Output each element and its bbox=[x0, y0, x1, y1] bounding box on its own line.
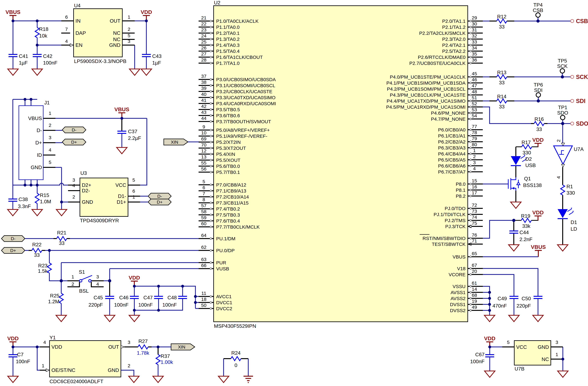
u4-pin1-num: 1 bbox=[128, 14, 130, 20]
pin-direction-icon bbox=[209, 115, 212, 116]
u2-pin-number: 30 bbox=[472, 21, 477, 26]
r15-ref: R15 bbox=[40, 192, 49, 198]
pin-direction-icon bbox=[469, 88, 472, 90]
pin-direction-icon bbox=[209, 97, 212, 98]
tp1-pad[interactable] bbox=[561, 115, 565, 120]
u2-pin-number: 3 bbox=[473, 160, 476, 165]
r23-symbol bbox=[47, 263, 51, 273]
pin-direction-icon bbox=[209, 129, 212, 131]
u2-pin-number: 40 bbox=[201, 92, 206, 97]
pin-direction-icon bbox=[469, 171, 472, 173]
u2-pin-label: P6.7/CB7/A7 bbox=[438, 169, 465, 175]
c42-symbol bbox=[33, 54, 42, 57]
y1-oe-input-icon bbox=[46, 369, 49, 372]
r15-symbol bbox=[35, 193, 39, 203]
pin-direction-icon bbox=[469, 62, 472, 64]
u2-pin-number: 80 bbox=[472, 142, 477, 147]
u2-pin-label: DVCC2 bbox=[216, 306, 232, 311]
pin-direction-icon bbox=[209, 102, 212, 104]
pin-direction-icon bbox=[469, 183, 472, 185]
pin-direction-icon bbox=[209, 208, 212, 210]
pin-direction-icon bbox=[209, 153, 212, 155]
pin-direction-icon bbox=[209, 220, 212, 222]
u2-pin-label: AVSS2 bbox=[451, 296, 466, 301]
tp4-pad[interactable] bbox=[536, 13, 540, 17]
r22-ref: R22 bbox=[32, 242, 42, 247]
j1-pin5-num: 5 bbox=[49, 160, 51, 165]
tp1-signal: SDO bbox=[557, 110, 568, 116]
d2-ref: D2 bbox=[525, 156, 532, 162]
u2-body bbox=[214, 6, 468, 322]
u2-pin-label: P1.1/TA0.0 bbox=[216, 24, 240, 30]
s1-switch[interactable] bbox=[80, 275, 92, 282]
c41-symbol bbox=[9, 54, 17, 57]
u2-pin-number: 44 bbox=[201, 116, 206, 121]
r37-value: 1.00k bbox=[161, 359, 173, 365]
pin-direction-icon bbox=[469, 304, 472, 305]
u2-pin-number: 76 bbox=[472, 232, 477, 238]
u2-pin-label: P2.1/TA1.2 bbox=[442, 24, 465, 30]
r16-symbol bbox=[534, 122, 544, 126]
c38-ref: C38 bbox=[19, 197, 28, 202]
u2-pin-number: 10 bbox=[201, 130, 206, 135]
pin-direction-icon bbox=[469, 189, 472, 191]
u3-pin2-num: 2 bbox=[72, 194, 75, 200]
tp4-signal: CSB bbox=[533, 7, 543, 13]
u2-pin-number: 11 bbox=[201, 291, 206, 296]
u2-pin-number: 71 bbox=[472, 238, 477, 244]
r17-symbol bbox=[522, 145, 532, 149]
u2-pin-number: 16 bbox=[472, 184, 477, 189]
u4-pin2-num: 2 bbox=[128, 27, 130, 32]
u2-pin-number: 12 bbox=[201, 148, 206, 153]
u2-pin-number: 70 bbox=[201, 142, 206, 147]
u3-pin-d2p-label: D2+ bbox=[82, 182, 91, 188]
u2-pin-number: 8 bbox=[203, 197, 205, 202]
j1-pin4-num: 4 bbox=[49, 147, 51, 153]
u2-pin-number: 54 bbox=[472, 113, 477, 118]
tp6-pad[interactable] bbox=[536, 93, 541, 97]
vdd-label: VDD bbox=[7, 335, 19, 341]
u2-pin-number: 69 bbox=[201, 136, 206, 142]
u2-pin-number: 17 bbox=[472, 190, 477, 195]
pin-direction-icon bbox=[469, 274, 472, 275]
pin-direction-icon bbox=[209, 84, 212, 86]
u7b-ref: U7B bbox=[515, 366, 525, 372]
d1-led-symbol bbox=[558, 208, 574, 219]
vdd-label: VDD bbox=[484, 335, 495, 341]
c50-symbol bbox=[534, 296, 543, 299]
u2-pin-number: 2 bbox=[473, 154, 476, 159]
r22-symbol bbox=[32, 248, 42, 252]
u2-pin-label: P2.6/RTCCLK/DMAE0 bbox=[418, 55, 465, 60]
r12-ref: R12 bbox=[497, 14, 506, 20]
dminus-tag-label: D- bbox=[72, 127, 76, 132]
vbus-label: VBUS bbox=[114, 106, 129, 112]
u2-pin-number: 15 bbox=[472, 178, 477, 183]
tp5-pad[interactable] bbox=[560, 69, 565, 73]
c48-symbol bbox=[178, 296, 187, 299]
pin-direction-icon bbox=[469, 309, 472, 311]
c46-symbol bbox=[130, 296, 139, 299]
vdd-label: VDD bbox=[141, 9, 152, 15]
vdd-label: VDD bbox=[129, 275, 140, 281]
pin-direction-icon bbox=[469, 159, 472, 161]
y1-pin-out-label: OUT bbox=[108, 344, 119, 350]
r25-symbol bbox=[59, 293, 63, 304]
pin-direction-icon bbox=[209, 238, 212, 240]
u2-pin-number: 46 bbox=[472, 77, 477, 82]
u2-pin-label: P4.6/PM_NONE bbox=[431, 110, 465, 116]
u2-pin-number: 39 bbox=[201, 86, 206, 91]
c43-ref: C43 bbox=[152, 53, 162, 59]
r27-symbol bbox=[138, 345, 148, 349]
u2-pin-number: 78 bbox=[472, 130, 477, 135]
u7b-pin3-num: 3 bbox=[556, 340, 558, 345]
u2-pin-label: P7.6/TB0.4 bbox=[216, 218, 240, 223]
pin-direction-icon bbox=[209, 32, 212, 34]
c43-value: 1µF bbox=[152, 60, 161, 66]
pin-direction-icon bbox=[209, 38, 212, 40]
u2-pin-number: 59 bbox=[201, 215, 206, 220]
s1-ref: S1 bbox=[79, 269, 85, 275]
r24-ref: R24 bbox=[231, 350, 241, 356]
u2-pin-label: P2.0/TA1.1 bbox=[442, 19, 465, 24]
c37-value: 2.2µF bbox=[128, 135, 141, 141]
u2-pin-number: 62 bbox=[201, 244, 206, 250]
